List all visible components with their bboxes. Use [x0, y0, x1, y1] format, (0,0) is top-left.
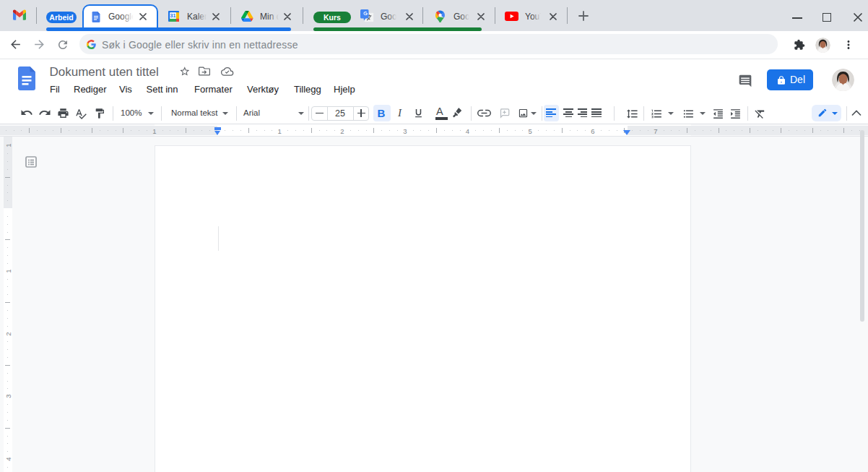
svg-text:31: 31 [170, 13, 176, 19]
